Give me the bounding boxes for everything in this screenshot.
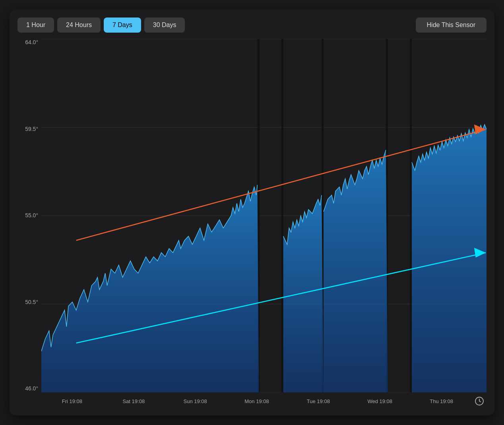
y-axis-label: 55.0° xyxy=(17,212,41,218)
y-axis: 64.0°59.5°55.0°50.5°46.0° xyxy=(17,39,41,407)
main-card: 1 Hour24 Hours7 Days30 DaysHide This Sen… xyxy=(10,10,494,415)
btn-7days[interactable]: 7 Days xyxy=(104,18,141,33)
x-axis-label: Wed 19:08 xyxy=(349,398,411,404)
y-axis-label: 50.5° xyxy=(17,299,41,305)
chart-area: 64.0°59.5°55.0°50.5°46.0° xyxy=(17,39,487,407)
y-axis-label: 46.0° xyxy=(17,385,41,392)
y-axis-label: 64.0° xyxy=(17,39,41,45)
btn-1hour[interactable]: 1 Hour xyxy=(17,18,54,33)
btn-30days[interactable]: 30 Days xyxy=(144,18,185,33)
clock-icon xyxy=(472,396,487,406)
svg-rect-7 xyxy=(281,39,283,392)
x-axis-label: Sat 19:08 xyxy=(103,398,165,404)
hide-sensor-button[interactable]: Hide This Sensor xyxy=(416,18,487,33)
svg-rect-10 xyxy=(410,39,412,392)
x-axis-label: Fri 19:08 xyxy=(41,398,103,404)
chart-svg-container xyxy=(41,39,487,392)
chart-right: Fri 19:08Sat 19:08Sun 19:08Mon 19:08Tue … xyxy=(41,39,487,407)
btn-24hours[interactable]: 24 Hours xyxy=(57,18,101,33)
x-axis-label: Sun 19:08 xyxy=(165,398,226,404)
x-axis-label: Thu 19:08 xyxy=(411,398,472,404)
x-axis: Fri 19:08Sat 19:08Sun 19:08Mon 19:08Tue … xyxy=(41,392,487,407)
y-axis-label: 59.5° xyxy=(17,126,41,132)
chart-svg xyxy=(41,39,487,392)
toolbar: 1 Hour24 Hours7 Days30 DaysHide This Sen… xyxy=(17,18,487,33)
x-axis-label: Tue 19:08 xyxy=(287,398,349,404)
x-axis-label: Mon 19:08 xyxy=(226,398,288,404)
